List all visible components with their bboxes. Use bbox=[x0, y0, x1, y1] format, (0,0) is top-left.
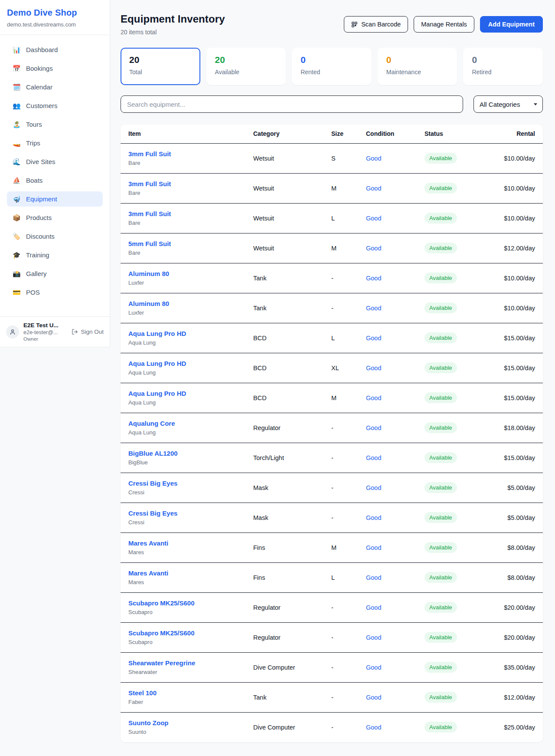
table-row: Scubapro MK25/S600 Scubapro Regulator - … bbox=[121, 622, 543, 652]
status-badge: Available bbox=[424, 302, 457, 313]
sidebar-item-training[interactable]: 🎓 Training bbox=[7, 247, 103, 263]
sidebar-item-dive-sites[interactable]: 🌊 Dive Sites bbox=[7, 154, 103, 169]
item-name-link[interactable]: 3mm Full Suit bbox=[128, 150, 171, 158]
item-condition-link[interactable]: Good bbox=[366, 185, 381, 192]
category-select[interactable]: All Categories bbox=[473, 95, 543, 113]
item-condition-link[interactable]: Good bbox=[366, 215, 381, 222]
item-condition-link[interactable]: Good bbox=[366, 305, 381, 312]
item-name-link[interactable]: Mares Avanti bbox=[128, 539, 168, 547]
nav-icon: 🎓 bbox=[13, 252, 20, 258]
item-name-link[interactable]: Scubapro MK25/S600 bbox=[128, 599, 195, 607]
manage-rentals-button[interactable]: Manage Rentals bbox=[414, 16, 474, 33]
stats-row: 20 Total 20 Available 0 Rented 0 Mainten… bbox=[121, 48, 543, 85]
sidebar-item-dashboard[interactable]: 📊 Dashboard bbox=[7, 42, 103, 57]
item-category: BCD bbox=[246, 383, 324, 413]
sidebar-item-products[interactable]: 📦 Products bbox=[7, 210, 103, 225]
table-row: Aqua Lung Pro HD Aqua Lung BCD M Good Av… bbox=[121, 383, 543, 413]
item-condition-link[interactable]: Good bbox=[366, 694, 381, 701]
item-name-link[interactable]: Scubapro MK25/S600 bbox=[128, 629, 195, 637]
item-condition-link[interactable]: Good bbox=[366, 424, 381, 431]
item-brand: Aqua Lung bbox=[128, 399, 239, 406]
sign-out-button[interactable]: Sign Out bbox=[72, 329, 104, 335]
item-condition-link[interactable]: Good bbox=[366, 574, 381, 581]
item-name-link[interactable]: BigBlue AL1200 bbox=[128, 450, 178, 457]
nav-icon: 👥 bbox=[13, 102, 20, 109]
item-condition-link[interactable]: Good bbox=[366, 275, 381, 282]
sidebar-item-pos[interactable]: 💳 POS bbox=[7, 285, 103, 300]
item-name-link[interactable]: Aqua Lung Pro HD bbox=[128, 360, 186, 367]
sidebar-item-discounts[interactable]: 🏷️ Discounts bbox=[7, 229, 103, 244]
table-row: Aqualung Core Aqua Lung Regulator - Good… bbox=[121, 413, 543, 443]
table-row: Shearwater Peregrine Shearwater Dive Com… bbox=[121, 652, 543, 682]
sidebar-item-bookings[interactable]: 📅 Bookings bbox=[7, 61, 103, 76]
item-condition-link[interactable]: Good bbox=[366, 634, 381, 641]
item-name-link[interactable]: Cressi Big Eyes bbox=[128, 509, 177, 517]
item-name-link[interactable]: 5mm Full Suit bbox=[128, 240, 171, 247]
item-rental: $20.00/day bbox=[487, 592, 543, 622]
search-input[interactable] bbox=[121, 95, 463, 113]
sidebar-item-calendar[interactable]: 🗓️ Calendar bbox=[7, 79, 103, 95]
item-brand: Shearwater bbox=[128, 669, 239, 675]
item-rental: $15.00/day bbox=[487, 443, 543, 473]
scan-barcode-button[interactable]: Scan Barcode bbox=[344, 16, 408, 33]
item-name-link[interactable]: Aqua Lung Pro HD bbox=[128, 390, 186, 397]
item-category: Dive Computer bbox=[246, 712, 324, 742]
item-condition-link[interactable]: Good bbox=[366, 724, 381, 731]
item-name-link[interactable]: 3mm Full Suit bbox=[128, 210, 171, 217]
stat-card-maintenance[interactable]: 0 Maintenance bbox=[378, 48, 457, 85]
sidebar-item-customers[interactable]: 👥 Customers bbox=[7, 98, 103, 113]
item-rental: $15.00/day bbox=[487, 383, 543, 413]
user-email: e2e-tester@... bbox=[23, 329, 59, 335]
stat-card-rented[interactable]: 0 Rented bbox=[292, 48, 372, 85]
sidebar-item-boats[interactable]: ⛵ Boats bbox=[7, 173, 103, 188]
item-condition-link[interactable]: Good bbox=[366, 514, 381, 521]
stat-card-total[interactable]: 20 Total bbox=[121, 48, 200, 85]
item-category: Tank bbox=[246, 293, 324, 323]
item-category: Wetsuit bbox=[246, 233, 324, 263]
item-rental: $10.00/day bbox=[487, 263, 543, 293]
sidebar-item-tours[interactable]: 🏝️ Tours bbox=[7, 117, 103, 132]
item-condition-link[interactable]: Good bbox=[366, 664, 381, 671]
item-condition-link[interactable]: Good bbox=[366, 394, 381, 401]
item-rental: $25.00/day bbox=[487, 712, 543, 742]
item-size: M bbox=[324, 532, 359, 562]
manage-rentals-label: Manage Rentals bbox=[421, 21, 467, 28]
sidebar-item-gallery[interactable]: 📸 Gallery bbox=[7, 266, 103, 281]
item-name-link[interactable]: Shearwater Peregrine bbox=[128, 659, 195, 667]
item-condition-link[interactable]: Good bbox=[366, 365, 381, 371]
item-condition-link[interactable]: Good bbox=[366, 544, 381, 551]
user-meta: E2E Test U... e2e-tester@... Owner bbox=[23, 322, 59, 342]
sidebar-item-trips[interactable]: 🚤 Trips bbox=[7, 135, 103, 151]
item-name-link[interactable]: Aqua Lung Pro HD bbox=[128, 330, 186, 337]
table-row: BigBlue AL1200 BigBlue Torch/Light - Goo… bbox=[121, 443, 543, 473]
item-name-link[interactable]: Aluminum 80 bbox=[128, 300, 169, 307]
sidebar-item-equipment[interactable]: 🤿 Equipment bbox=[7, 191, 103, 207]
item-name-link[interactable]: 3mm Full Suit bbox=[128, 180, 171, 187]
item-name-link[interactable]: Cressi Big Eyes bbox=[128, 480, 177, 487]
sidebar: Demo Dive Shop demo.test.divestreams.com… bbox=[0, 0, 110, 347]
item-brand: Scubapro bbox=[128, 609, 239, 615]
col-header-status: Status bbox=[418, 125, 487, 143]
table-row: Aluminum 80 Luxfer Tank - Good Available… bbox=[121, 263, 543, 293]
stat-card-retired[interactable]: 0 Retired bbox=[463, 48, 543, 85]
item-brand: Cressi bbox=[128, 519, 239, 526]
item-name-link[interactable]: Aluminum 80 bbox=[128, 270, 169, 277]
item-condition-link[interactable]: Good bbox=[366, 335, 381, 342]
item-condition-link[interactable]: Good bbox=[366, 454, 381, 461]
item-name-link[interactable]: Steel 100 bbox=[128, 689, 157, 697]
item-size: L bbox=[324, 203, 359, 233]
item-rental: $8.00/day bbox=[487, 562, 543, 592]
item-condition-link[interactable]: Good bbox=[366, 484, 381, 491]
item-brand: Faber bbox=[128, 699, 239, 705]
item-condition-link[interactable]: Good bbox=[366, 604, 381, 611]
item-brand: Bare bbox=[128, 160, 239, 166]
filter-row: All Categories bbox=[121, 95, 543, 113]
item-condition-link[interactable]: Good bbox=[366, 245, 381, 252]
stat-card-available[interactable]: 20 Available bbox=[206, 48, 286, 85]
item-category: Regulator bbox=[246, 592, 324, 622]
item-name-link[interactable]: Mares Avanti bbox=[128, 569, 168, 577]
item-condition-link[interactable]: Good bbox=[366, 155, 381, 162]
item-name-link[interactable]: Suunto Zoop bbox=[128, 719, 168, 726]
item-name-link[interactable]: Aqualung Core bbox=[128, 420, 175, 427]
add-equipment-button[interactable]: Add Equipment bbox=[480, 16, 543, 33]
